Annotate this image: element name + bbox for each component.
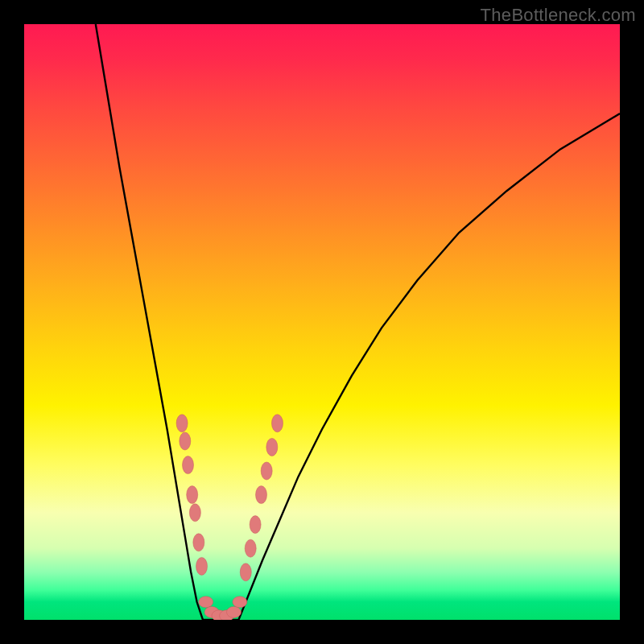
data-marker — [187, 486, 198, 504]
data-marker — [245, 539, 256, 557]
data-marker — [226, 606, 241, 617]
data-marker — [240, 564, 251, 581]
chart-frame: TheBottleneck.com — [0, 0, 644, 644]
data-marker — [199, 597, 213, 608]
curve-layer — [24, 24, 620, 620]
right-curve — [238, 114, 620, 620]
data-marker — [193, 534, 204, 551]
data-marker — [176, 415, 188, 432]
watermark-text: TheBottleneck.com — [481, 5, 636, 26]
data-marker — [233, 597, 247, 608]
data-marker — [180, 432, 191, 450]
data-marker — [261, 462, 272, 480]
plot-area — [24, 24, 620, 620]
data-marker — [266, 438, 278, 456]
data-marker — [256, 486, 267, 504]
data-marker — [196, 557, 208, 575]
marker-group — [176, 415, 283, 620]
left-curve — [96, 24, 203, 620]
data-marker — [272, 415, 283, 432]
data-marker — [189, 504, 200, 522]
data-marker — [183, 456, 194, 474]
data-marker — [250, 516, 261, 534]
